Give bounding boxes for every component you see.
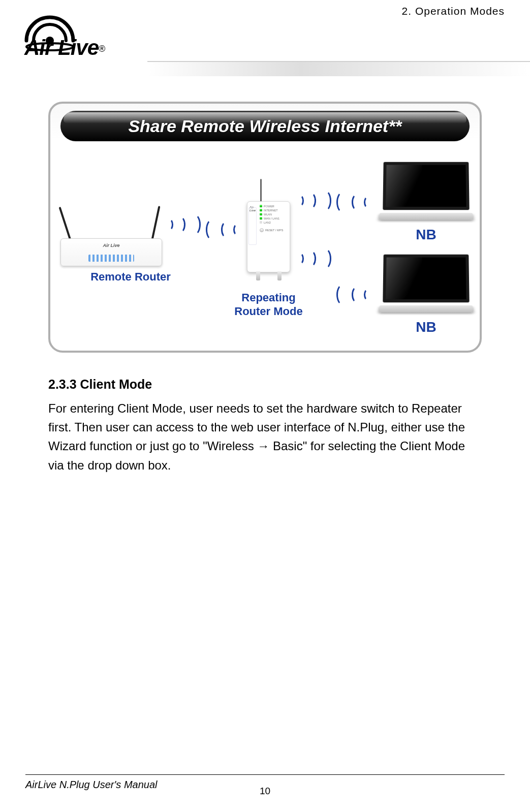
wifi-waves-icon	[336, 284, 372, 306]
led-label: POWER	[264, 205, 274, 208]
diagram-frame: Share Remote Wireless Internet** Air Liv…	[48, 102, 482, 353]
footer-manual-title: AirLive N.Plug User's Manual	[25, 779, 157, 795]
diagram-banner-text: Share Remote Wireless Internet**	[128, 116, 401, 136]
wifi-waves-icon	[165, 213, 201, 236]
led-panel: POWER INTERNET WLAN WAN / LAN1 LAN2 RESE…	[260, 204, 288, 270]
diagram-banner: Share Remote Wireless Internet**	[60, 111, 470, 141]
led-label: WLAN	[264, 213, 272, 216]
repeater-device-group: Air Live POWER INTERNET WLAN WAN / LAN1 …	[206, 179, 331, 319]
led-label: WAN / LAN1	[264, 217, 279, 220]
header-divider	[147, 61, 530, 76]
laptop-label: NB	[416, 319, 436, 335]
chapter-header: 2. Operation Modes	[402, 5, 505, 17]
logo-text: Air Live	[24, 36, 99, 59]
router-device-logo: Air Live	[103, 243, 119, 248]
client-devices-group: NB NB	[336, 162, 473, 335]
wifi-waves-icon	[336, 191, 372, 213]
footer-page-number: 10	[260, 786, 270, 797]
remote-router-label: Remote Router	[90, 270, 171, 284]
wifi-waves-icon	[296, 247, 331, 270]
laptop-label: NB	[416, 227, 436, 243]
reset-label: RESET / WPS	[265, 229, 283, 232]
page-footer: AirLive N.Plug User's Manual 10	[25, 774, 505, 795]
wifi-waves-icon	[206, 218, 241, 241]
router-illustration: Air Live	[60, 221, 162, 266]
section-body: For entering Client Mode, user needs to …	[48, 399, 482, 475]
laptop-illustration	[379, 162, 473, 223]
section-heading: 2.3.3 Client Mode	[48, 377, 482, 392]
wifi-waves-icon	[296, 190, 331, 212]
plug-device-illustration: Air Live POWER INTERNET WLAN WAN / LAN1 …	[244, 179, 293, 280]
led-label: INTERNET	[264, 209, 278, 212]
laptop-illustration	[379, 254, 473, 315]
remote-router-group: Air Live Remote Router	[60, 213, 201, 284]
brand-logo: Air Live®	[20, 15, 147, 61]
plug-device-logo: Air Live	[250, 206, 258, 212]
led-label: LAN2	[264, 221, 271, 224]
repeating-mode-label: Repeating Router Mode	[234, 291, 302, 319]
registered-mark: ®	[99, 44, 105, 54]
